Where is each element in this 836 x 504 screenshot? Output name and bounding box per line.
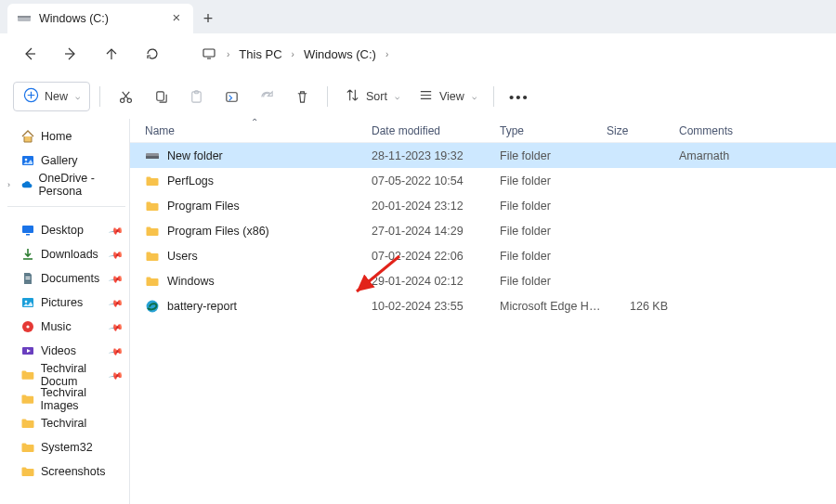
sidebar-item[interactable]: Music📌: [7, 315, 125, 339]
col-date[interactable]: Date modified: [372, 124, 500, 137]
sidebar-item[interactable]: Documents📌: [7, 266, 125, 291]
file-date: 07-05-2022 10:54: [372, 174, 500, 187]
sidebar-item[interactable]: Techviral Docum📌: [7, 363, 125, 387]
documents-icon: [20, 271, 35, 286]
sidebar-item[interactable]: Downloads📌: [7, 242, 125, 266]
table-row[interactable]: Windows29-01-2024 02:12File folder: [130, 268, 836, 293]
folder-icon: [20, 392, 35, 407]
breadcrumb-item[interactable]: This PC: [235, 44, 285, 65]
sidebar-item[interactable]: System32: [7, 435, 125, 459]
chevron-down-icon: ⌵: [472, 92, 477, 101]
folder-icon: [20, 464, 35, 479]
table-row[interactable]: battery-report10-02-2024 23:55Microsoft …: [130, 293, 836, 318]
sidebar-item[interactable]: Desktop📌: [7, 218, 125, 242]
more-button[interactable]: •••: [503, 82, 535, 111]
svg-point-11: [25, 159, 28, 162]
sidebar-item-label: Home: [41, 130, 72, 143]
file-name: Program Files: [167, 200, 240, 213]
sidebar-item[interactable]: Gallery: [7, 149, 125, 173]
folder-icon: [145, 174, 160, 188]
table-row[interactable]: Program Files (x86)27-01-2024 14:29File …: [130, 218, 836, 243]
svg-rect-2: [203, 49, 215, 57]
close-tab-icon[interactable]: ×: [169, 11, 184, 26]
svg-point-17: [25, 301, 28, 304]
sidebar-item[interactable]: Videos📌: [7, 339, 125, 363]
svg-point-4: [120, 98, 124, 102]
pin-icon: 📌: [109, 271, 124, 286]
sidebar-item-label: System32: [41, 441, 93, 454]
pin-icon: 📌: [109, 319, 124, 334]
col-size[interactable]: Size: [607, 124, 679, 137]
sidebar-item-label: Techviral: [41, 417, 86, 430]
chevron-down-icon: ⌵: [395, 92, 399, 101]
sidebar-item[interactable]: Screenshots: [7, 459, 125, 484]
file-type: File folder: [500, 174, 607, 187]
sidebar-item-label: Pictures: [41, 296, 83, 309]
sidebar-item-label: Downloads: [41, 248, 98, 261]
sidebar-item[interactable]: Techviral Images: [7, 387, 125, 411]
table-row[interactable]: New folder28-11-2023 19:32File folderAma…: [130, 143, 836, 168]
breadcrumb-item[interactable]: Windows (C:): [300, 44, 380, 65]
file-date: 10-02-2024 23:55: [372, 300, 500, 313]
svg-rect-13: [26, 234, 30, 236]
file-date: 20-01-2024 23:12: [372, 200, 500, 213]
paste-button[interactable]: [180, 82, 212, 111]
window-tab[interactable]: Windows (C:) ×: [7, 4, 193, 33]
pin-icon: 📌: [109, 247, 124, 262]
col-comments[interactable]: Comments: [679, 124, 836, 137]
music-icon: [20, 319, 35, 334]
table-row[interactable]: Users07-02-2024 22:06File folder: [130, 243, 836, 268]
view-label: View: [439, 90, 464, 103]
new-label: New: [45, 90, 68, 103]
sort-label: Sort: [366, 90, 387, 103]
refresh-button[interactable]: [136, 37, 169, 71]
file-type: File folder: [500, 225, 607, 238]
sidebar-item[interactable]: Techviral: [7, 411, 125, 435]
file-type: File folder: [500, 275, 607, 288]
column-headers[interactable]: ⌃ Name Date modified Type Size Comments: [130, 119, 836, 143]
svg-rect-1: [18, 16, 31, 18]
back-button[interactable]: [13, 37, 46, 71]
view-button[interactable]: View ⌵: [411, 82, 484, 111]
delete-button[interactable]: [286, 82, 318, 111]
cut-button[interactable]: [110, 82, 141, 111]
copy-button[interactable]: [145, 82, 176, 111]
svg-rect-15: [26, 278, 31, 279]
up-button[interactable]: [95, 37, 128, 71]
folder-icon: [20, 440, 35, 455]
drive-icon: [17, 11, 32, 26]
sidebar-item[interactable]: ›OneDrive - Persona: [7, 173, 125, 197]
file-name: Users: [167, 250, 198, 263]
forward-button[interactable]: [54, 37, 87, 71]
pictures-icon: [20, 295, 35, 310]
chevron-right-icon[interactable]: ›: [7, 180, 10, 189]
desktop-icon: [20, 223, 35, 238]
file-name: PerfLogs: [167, 174, 214, 187]
file-size: 126 KB: [607, 300, 679, 313]
divider: [99, 86, 100, 107]
svg-point-19: [26, 325, 29, 328]
sidebar-item[interactable]: Home: [7, 124, 125, 149]
sort-button[interactable]: Sort ⌵: [337, 82, 407, 111]
new-tab-button[interactable]: +: [193, 4, 223, 33]
new-button[interactable]: New ⌵: [13, 82, 90, 111]
col-name[interactable]: Name: [145, 124, 372, 137]
file-name: Program Files (x86): [167, 225, 269, 238]
pin-icon: 📌: [109, 295, 124, 310]
toolbar: New ⌵ Sort ⌵ View ⌵ •••: [0, 74, 836, 119]
col-type[interactable]: Type: [500, 124, 607, 137]
sidebar-item[interactable]: Pictures📌: [7, 291, 125, 315]
breadcrumb[interactable]: › This PC › Windows (C:) ›: [193, 37, 392, 71]
folder-icon: [20, 416, 35, 431]
rename-button[interactable]: [216, 82, 247, 111]
file-date: 28-11-2023 19:32: [372, 149, 500, 162]
table-row[interactable]: Program Files20-01-2024 23:12File folder: [130, 193, 836, 218]
file-date: 27-01-2024 14:29: [372, 225, 500, 238]
file-pane: ⌃ Name Date modified Type Size Comments …: [130, 119, 836, 504]
download-icon: [20, 247, 35, 262]
file-type: File folder: [500, 200, 607, 213]
table-row[interactable]: PerfLogs07-05-2022 10:54File folder: [130, 168, 836, 193]
pc-icon[interactable]: [197, 37, 221, 71]
share-button[interactable]: [251, 82, 282, 111]
sidebar-item-label: Music: [41, 320, 72, 333]
